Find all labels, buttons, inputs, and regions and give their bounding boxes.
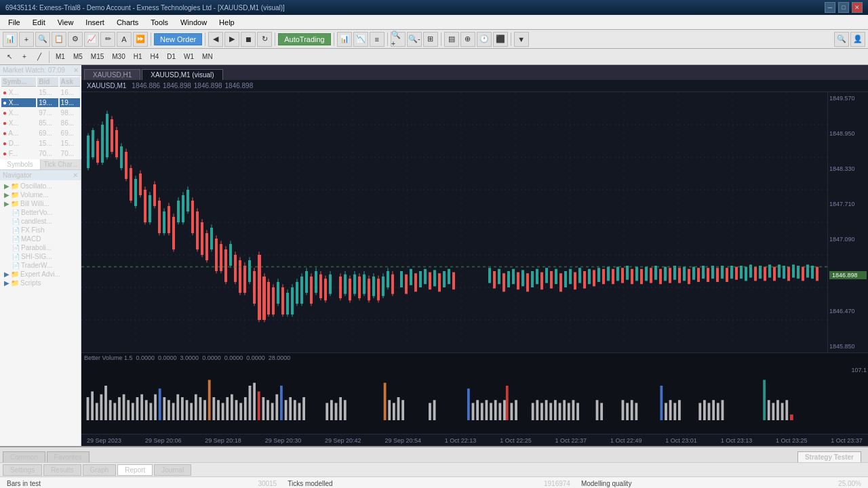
new-chart-button[interactable]: 📊: [3, 32, 18, 47]
menu-charts[interactable]: Charts: [111, 17, 144, 28]
time-8: 1 Oct 22:25: [500, 437, 532, 444]
close-button[interactable]: ✕: [852, 2, 863, 13]
chart-tab-xauusd-h1[interactable]: XAUUSD,H1: [84, 69, 140, 80]
fix-scale-button[interactable]: ⊞: [423, 32, 438, 47]
svg-rect-332: [717, 403, 719, 421]
mw-row-1[interactable]: ● X... 15... 16...: [1, 88, 80, 97]
strat-tab-report[interactable]: Report: [117, 464, 153, 476]
svg-rect-252: [172, 403, 175, 421]
search-icon[interactable]: 🔍: [834, 32, 849, 47]
maximize-button[interactable]: □: [838, 2, 849, 13]
mw-row-2[interactable]: ● X... 19... 19...: [1, 98, 80, 107]
strat-tab-journal[interactable]: Journal: [154, 464, 191, 476]
mw-row-5[interactable]: ● A... 69... 69...: [1, 129, 80, 138]
price-chart-container[interactable]: [81, 92, 827, 352]
tf-d1[interactable]: D1: [163, 52, 179, 61]
strat-tab-settings[interactable]: Settings: [3, 464, 42, 476]
nav-item-paraboli[interactable]: 📄 Paraboli...: [1, 243, 79, 252]
svg-rect-289: [393, 403, 395, 421]
tool-btn-1[interactable]: +: [19, 32, 34, 47]
mw-tab-symbols[interactable]: Symbols: [0, 159, 41, 169]
draw-cross[interactable]: +: [18, 50, 31, 64]
svg-rect-338: [781, 403, 784, 421]
zoom-out-button[interactable]: 🔍-: [407, 32, 422, 47]
svg-rect-288: [388, 400, 391, 420]
tb-icon-2[interactable]: ▶: [224, 32, 239, 47]
chart-tabs: XAUUSD,H1 XAUUSD,M1 (visual): [81, 65, 868, 80]
mw-tab-tickchart[interactable]: Tick Char...: [41, 159, 81, 169]
svg-rect-199: [669, 268, 671, 283]
nav-item-tradermw[interactable]: 📄 TraderW...: [1, 261, 79, 270]
strat-tab-graph[interactable]: Graph: [83, 464, 117, 476]
tab-common[interactable]: Common: [3, 451, 45, 462]
tool-btn-2[interactable]: 🔍: [35, 32, 50, 47]
navigator-close[interactable]: ✕: [73, 171, 78, 179]
chart-type-3[interactable]: ≡: [370, 32, 384, 47]
svg-rect-282: [326, 403, 328, 421]
minimize-button[interactable]: ─: [825, 2, 835, 13]
svg-rect-277: [285, 400, 288, 420]
mw-ask-7: 70...: [60, 149, 80, 158]
nav-item-fxfish[interactable]: 📄 FX Fish: [1, 226, 79, 235]
mw-ask-1: 16...: [60, 88, 80, 97]
nav-item-oscillator[interactable]: ▶📁 Oscillato...: [1, 182, 79, 190]
mw-row-7[interactable]: ● F... 70... 70...: [1, 149, 80, 158]
draw-line[interactable]: ╱: [33, 50, 46, 64]
nav-item-shisig[interactable]: 📄 SHI-SIG...: [1, 252, 79, 261]
menu-file[interactable]: File: [3, 17, 26, 28]
tb-extra-3[interactable]: 🕐: [477, 32, 492, 47]
tf-m15[interactable]: M15: [87, 52, 107, 61]
tool-btn-4[interactable]: ⚙: [68, 32, 83, 47]
tb-icon-4[interactable]: ↻: [257, 32, 272, 47]
account-icon[interactable]: 👤: [850, 32, 865, 47]
nav-item-bettervo[interactable]: 📄 BetterVo...: [1, 208, 79, 217]
nav-item-candlest[interactable]: 📄 candlest...: [1, 217, 79, 226]
tool-btn-8[interactable]: ⏩: [133, 32, 148, 47]
menu-insert[interactable]: Insert: [80, 17, 110, 28]
tb-icon-1[interactable]: ◀: [208, 32, 223, 47]
menu-window[interactable]: Window: [175, 17, 212, 28]
mw-row-6[interactable]: ● D... 15... 15...: [1, 139, 80, 148]
tb-extra-2[interactable]: ⊕: [460, 32, 475, 47]
tab-favorites[interactable]: Favorites: [47, 451, 90, 462]
window-controls: ─ □ ✕: [825, 2, 863, 13]
chart-type-2[interactable]: 📉: [353, 32, 368, 47]
menu-help[interactable]: Help: [214, 17, 240, 28]
tf-m5[interactable]: M5: [70, 52, 86, 61]
tf-h4[interactable]: H4: [147, 52, 163, 61]
menu-tools[interactable]: Tools: [145, 17, 174, 28]
tb-icon-3[interactable]: ⏹: [241, 32, 256, 47]
tf-h1[interactable]: H1: [130, 52, 146, 61]
chart-type-1[interactable]: 📊: [337, 32, 352, 47]
tf-m30[interactable]: M30: [108, 52, 128, 61]
new-order-button[interactable]: New Order: [154, 33, 202, 45]
mw-symbol-4: ● X...: [1, 119, 36, 127]
tab-strategy-tester[interactable]: Strategy Tester: [797, 451, 861, 462]
draw-cursor[interactable]: ↖: [3, 50, 16, 64]
strat-tab-results[interactable]: Results: [43, 464, 81, 476]
nav-item-macd[interactable]: 📄 MACD: [1, 235, 79, 243]
tb-extra-4[interactable]: ⬛: [493, 32, 508, 47]
nav-item-expertadv[interactable]: ▶📁 Expert Advi...: [1, 270, 79, 279]
chart-tab-xauusd-m1-visual[interactable]: XAUUSD,M1 (visual): [142, 69, 222, 80]
tool-btn-7[interactable]: A: [117, 32, 132, 47]
nav-item-volume[interactable]: ▶📁 Volume...: [1, 190, 79, 199]
mw-row-3[interactable]: ● X... 97... 98...: [1, 108, 80, 117]
tool-btn-3[interactable]: 📋: [52, 32, 66, 47]
tf-m1[interactable]: M1: [52, 52, 68, 61]
mw-row-4[interactable]: ● X... 85... 86...: [1, 119, 80, 127]
menu-view[interactable]: View: [52, 17, 79, 28]
zoom-in-button[interactable]: 🔍+: [391, 32, 406, 47]
tf-mn[interactable]: MN: [199, 52, 216, 61]
tb-extra-1[interactable]: ▤: [444, 32, 459, 47]
tool-btn-5[interactable]: 📈: [84, 32, 99, 47]
tb-dropdown[interactable]: ▼: [514, 32, 529, 47]
nav-item-scripts[interactable]: ▶📁 Scripts: [1, 279, 79, 287]
market-watch-close[interactable]: ✕: [73, 66, 79, 74]
tool-btn-6[interactable]: ✏: [100, 32, 115, 47]
svg-rect-334: [763, 380, 766, 421]
auto-trading-button[interactable]: AutoTrading: [278, 33, 331, 45]
menu-edit[interactable]: Edit: [27, 17, 51, 28]
tf-w1[interactable]: W1: [180, 52, 197, 61]
nav-item-billwilliams[interactable]: ▶📁 Bill Willi...: [1, 199, 79, 208]
